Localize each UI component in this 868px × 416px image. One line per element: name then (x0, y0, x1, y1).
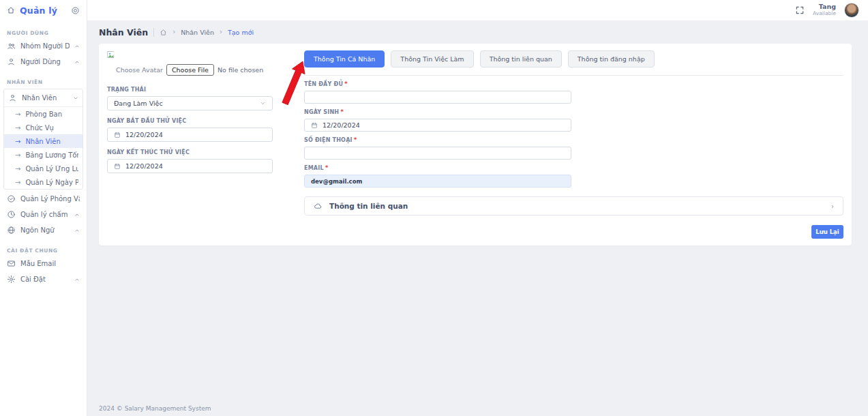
probation-end-field: NGÀY KẾT THÚC THỬ VIỆC 12/20/2024 (107, 149, 273, 173)
arrow-right-icon: → (15, 124, 20, 132)
sidebar-item-user-groups[interactable]: Nhóm Người Dùng (0, 38, 87, 54)
full-name-field: TÊN ĐẦY ĐỦ* (304, 80, 571, 104)
topbar: Tang Available (87, 0, 868, 20)
required-mark: * (354, 136, 357, 143)
breadcrumb: Nhân Viên › Nhân Viên › Tạo mới (99, 27, 852, 38)
target-icon[interactable] (71, 6, 80, 15)
email-label: EMAIL (304, 165, 324, 171)
users-icon (7, 42, 16, 50)
chevron-up-icon (74, 59, 80, 65)
chevron-up-icon (74, 228, 80, 233)
chevron-right-icon: › (831, 203, 834, 210)
choose-file-button[interactable]: Choose File (166, 64, 214, 76)
globe-icon (7, 226, 16, 235)
birth-date-value: 12/20/2024 (323, 121, 360, 129)
sidebar-subitem-label: Phòng Ban (25, 110, 78, 118)
tab-job-info[interactable]: Thông Tin Việc Làm (391, 50, 473, 68)
phone-field: SỐ ĐIỆN THOẠI* (304, 136, 571, 160)
main-area: Tang Available Nhân Viên › Nhân Viên › T… (87, 0, 868, 416)
birth-date-field: NGÀY SINH* 12/20/2024 (304, 108, 571, 132)
user-icon (8, 93, 17, 102)
probation-end-label: NGÀY KẾT THÚC THỬ VIỆC (107, 149, 273, 156)
clock-icon (7, 210, 16, 219)
sidebar-item-settings[interactable]: Cài Đặt (0, 271, 87, 287)
required-mark: * (344, 80, 348, 87)
sidebar-subitem-leave-days[interactable]: → Quản Lý Ngày Phép (4, 175, 83, 189)
save-button[interactable]: Lưu Lại (811, 225, 843, 239)
status-select[interactable]: Đang Làm Việc (107, 96, 273, 110)
sidebar-subitem-label: Quản Lý Ứng Lương (25, 165, 78, 173)
choose-avatar-label: Choose Avatar (116, 66, 163, 74)
probation-start-label: NGÀY BẮT ĐẦU THỬ VIỆC (107, 118, 273, 125)
sidebar-item-label: Ngôn Ngữ (20, 226, 70, 234)
sidebar-item-language[interactable]: Ngôn Ngữ (0, 222, 87, 238)
sidebar-item-employees[interactable]: Nhân Viên (4, 89, 83, 107)
sidebar: Quản lý NGƯỜI DÙNG Nhóm Người Dùng Người… (0, 0, 87, 416)
sidebar-subitem-departments[interactable]: → Phòng Ban (4, 107, 83, 121)
chevron-up-icon (74, 44, 80, 49)
related-info-panel-title: Thông tin liên quan (329, 202, 408, 210)
calendar-icon (114, 132, 121, 138)
sidebar-item-users[interactable]: Người Dùng (0, 54, 87, 70)
required-mark: * (340, 108, 344, 115)
sidebar-item-label: Quản Lý Phỏng Vấn (20, 195, 80, 203)
sidebar-subitem-salary-advance[interactable]: → Quản Lý Ứng Lương (4, 162, 83, 175)
sidebar-item-label: Người Dùng (20, 58, 70, 65)
email-field: EMAIL* dev@gmail.com (304, 164, 571, 188)
badge-check-icon (7, 194, 16, 203)
sidebar-subitem-payroll[interactable]: → Bảng Lương Tổng Hợp (4, 148, 83, 162)
sidebar-subitem-label: Quản Lý Ngày Phép (25, 179, 78, 186)
employee-submenu-box: Nhân Viên → Phòng Ban → Chức Vụ → Nhân V… (3, 89, 83, 190)
sidebar-item-timekeeping[interactable]: Quản lý chấm công (0, 207, 87, 222)
home-icon[interactable] (160, 29, 167, 36)
birth-date-input[interactable]: 12/20/2024 (304, 119, 571, 132)
sidebar-subitem-label: Bảng Lương Tổng Hợp (25, 151, 78, 159)
avatar[interactable] (844, 3, 859, 18)
sidebar-subitem-label: Nhân Viên (25, 138, 78, 145)
cloud-icon (314, 202, 323, 211)
broken-image-icon (107, 50, 273, 59)
user-status: Available (813, 11, 836, 17)
sidebar-item-email-template[interactable]: Mẫu Email (0, 256, 87, 271)
breadcrumb-divider (153, 28, 154, 37)
user-block[interactable]: Tang Available (813, 3, 836, 17)
arrow-right-icon: → (15, 151, 20, 159)
phone-input[interactable] (304, 147, 571, 160)
sidebar-subitem-positions[interactable]: → Chức Vụ (4, 121, 83, 134)
arrow-right-icon: → (15, 179, 20, 186)
sidebar-subitem-employees[interactable]: → Nhân Viên (4, 134, 83, 148)
tab-personal-info[interactable]: Thông Tin Cá Nhân (304, 50, 385, 68)
sidebar-subitem-label: Chức Vụ (25, 124, 78, 132)
chevron-right-icon: › (173, 29, 175, 35)
tab-login-info[interactable]: Thông tin đăng nhập (568, 50, 655, 68)
fullscreen-icon[interactable] (795, 5, 805, 15)
gear-icon (7, 275, 16, 284)
sidebar-item-interviews[interactable]: Quản Lý Phỏng Vấn (0, 191, 87, 207)
chevron-up-icon (74, 277, 80, 282)
probation-end-value: 12/20/2024 (125, 162, 163, 170)
sidebar-item-label: Mẫu Email (20, 260, 80, 267)
probation-end-input[interactable]: 12/20/2024 (107, 159, 273, 173)
form-tabs: Thông Tin Cá Nhân Thông Tin Việc Làm Thô… (304, 50, 843, 68)
probation-start-input[interactable]: 12/20/2024 (107, 128, 273, 142)
arrow-right-icon: → (15, 165, 20, 173)
full-name-label: TÊN ĐẦY ĐỦ (304, 81, 343, 87)
tab-related-info[interactable]: Thông tin liên quan (480, 50, 562, 68)
content: Nhân Viên › Nhân Viên › Tạo mới Choose A… (87, 20, 868, 416)
mail-icon (7, 259, 16, 268)
sidebar-item-label: Nhân Viên (22, 94, 68, 102)
calendar-icon (114, 163, 121, 170)
sidebar-header: Quản lý (0, 0, 87, 20)
form-left-column: Choose Avatar Choose File No file chosen… (107, 50, 273, 239)
breadcrumb-create-new[interactable]: Tạo mới (228, 29, 254, 36)
chevron-right-icon: › (220, 29, 222, 35)
arrow-right-icon: → (15, 138, 20, 145)
tabs-divider (304, 75, 843, 76)
status-label: TRẠNG THÁI (107, 87, 273, 93)
full-name-input[interactable] (304, 91, 571, 104)
sidebar-section-users: NGƯỜI DÙNG (0, 20, 87, 38)
file-status-text: No file chosen (218, 66, 263, 74)
breadcrumb-employees[interactable]: Nhân Viên (181, 29, 214, 36)
home-icon[interactable] (7, 6, 15, 14)
related-info-panel[interactable]: Thông tin liên quan › (304, 196, 843, 216)
